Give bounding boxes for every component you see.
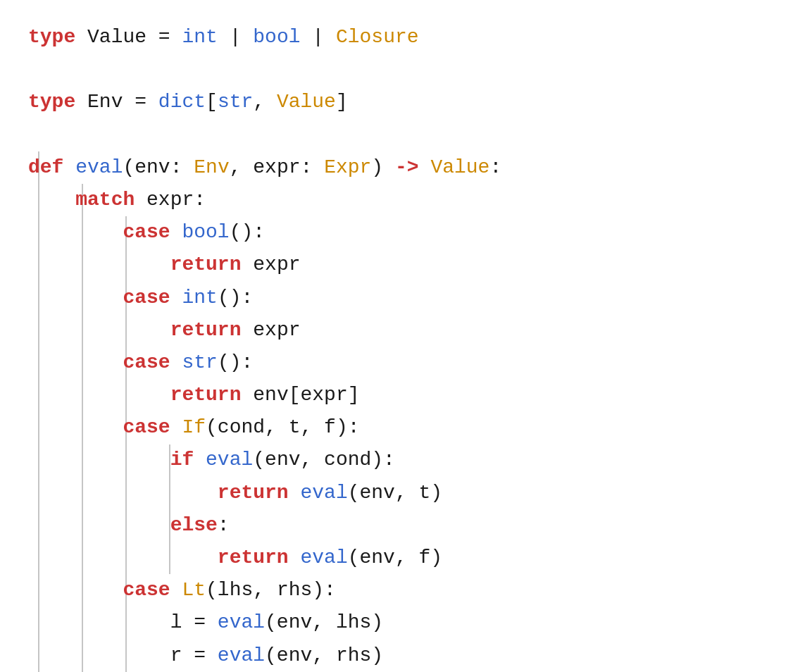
code-token: return: [218, 482, 289, 504]
code-token: If: [182, 416, 206, 438]
code-token: return: [218, 547, 289, 568]
code-token: (env:: [123, 156, 194, 178]
code-token: [28, 384, 170, 406]
code-token: eval: [75, 156, 123, 178]
code-token: [28, 514, 170, 536]
code-token: def: [28, 156, 63, 178]
code-line: return env[expr]: [28, 379, 772, 411]
code-token: Value: [430, 156, 489, 178]
code-token: Env: [194, 156, 229, 178]
code-token: expr: [241, 254, 300, 275]
code-line: type Value = int | bool | Closure: [28, 21, 772, 54]
code-token: match: [75, 189, 135, 211]
code-token: int: [182, 287, 217, 309]
code-token: [419, 156, 431, 178]
code-line: type Env = dict[str, Value]: [28, 86, 772, 118]
code-token: ]: [336, 91, 348, 113]
code-token: case: [123, 416, 170, 438]
code-token: (env, lhs): [265, 611, 383, 633]
code-token: ():: [230, 221, 265, 243]
code-token: Value: [277, 91, 336, 113]
code-token: bool: [182, 221, 229, 243]
code-token: eval: [300, 547, 347, 568]
code-token: [170, 579, 182, 601]
code-token: type: [28, 91, 75, 113]
code-line: match expr:: [28, 184, 772, 216]
code-token: [170, 221, 182, 243]
code-token: [28, 351, 123, 373]
code-token: [28, 221, 123, 243]
code-token: ():: [218, 351, 253, 373]
code-token: [28, 547, 218, 568]
code-token: [28, 254, 170, 275]
code-line: [28, 54, 772, 86]
code-line: else:: [28, 509, 772, 542]
code-token: (env, f): [348, 547, 442, 568]
code-line: [28, 119, 772, 151]
code-token: [28, 579, 123, 601]
code-token: :: [489, 156, 501, 178]
code-token: [28, 287, 123, 309]
code-token: [28, 189, 75, 211]
code-content: type Value = int | bool | Closuretype En…: [28, 21, 772, 672]
code-token: :: [218, 514, 230, 536]
code-line: case int():: [28, 282, 772, 314]
code-token: case: [123, 579, 170, 601]
code-token: , expr:: [230, 156, 324, 178]
code-token: type: [28, 26, 75, 48]
code-token: [170, 287, 182, 309]
code-line: l = eval(env, lhs): [28, 606, 772, 639]
code-token: Value =: [75, 26, 182, 48]
code-token: (env, rhs): [265, 645, 383, 666]
code-token: [28, 449, 170, 471]
code-token: return: [170, 254, 242, 275]
code-token: ():: [218, 287, 253, 309]
code-token: [63, 156, 75, 178]
code-token: ): [371, 156, 395, 178]
code-token: [289, 482, 301, 504]
code-token: case: [123, 351, 170, 373]
code-line: return expr: [28, 249, 772, 281]
code-token: str: [218, 91, 253, 113]
code-line: return expr: [28, 314, 772, 347]
code-token: return: [170, 384, 242, 406]
code-token: eval: [206, 449, 253, 471]
code-token: [194, 449, 206, 471]
code-token: [170, 351, 182, 373]
code-token: else: [170, 514, 218, 536]
code-token: r =: [28, 645, 218, 666]
code-token: env[expr]: [241, 384, 359, 406]
code-token: (lhs, rhs):: [206, 579, 336, 601]
code-line: r = eval(env, rhs): [28, 640, 772, 672]
code-token: (cond, t, f):: [206, 416, 359, 438]
code-token: l =: [28, 611, 218, 633]
code-block: type Value = int | bool | Closuretype En…: [21, 21, 772, 672]
code-line: case str():: [28, 347, 772, 379]
code-token: |: [301, 26, 336, 48]
code-token: eval: [218, 611, 265, 633]
code-token: [170, 416, 182, 438]
code-token: [28, 482, 218, 504]
code-token: [28, 416, 123, 438]
code-token: if: [170, 449, 194, 471]
code-token: |: [218, 26, 253, 48]
code-line: return eval(env, f): [28, 542, 772, 574]
code-token: ,: [253, 91, 277, 113]
code-token: (env, t): [348, 482, 442, 504]
code-token: [: [206, 91, 218, 113]
code-line: if eval(env, cond):: [28, 444, 772, 476]
code-token: expr: [241, 319, 300, 341]
code-token: expr:: [135, 189, 206, 211]
code-line: def eval(env: Env, expr: Expr) -> Value:: [28, 151, 772, 184]
code-token: (env, cond):: [253, 449, 395, 471]
code-token: int: [182, 26, 217, 48]
code-token: Lt: [182, 579, 206, 601]
code-token: [289, 547, 301, 568]
code-token: eval: [218, 645, 265, 666]
code-token: bool: [253, 26, 300, 48]
code-token: [28, 319, 170, 341]
code-token: case: [123, 221, 170, 243]
code-line: case Lt(lhs, rhs):: [28, 574, 772, 606]
code-token: dict: [158, 91, 206, 113]
code-line: case bool():: [28, 216, 772, 249]
